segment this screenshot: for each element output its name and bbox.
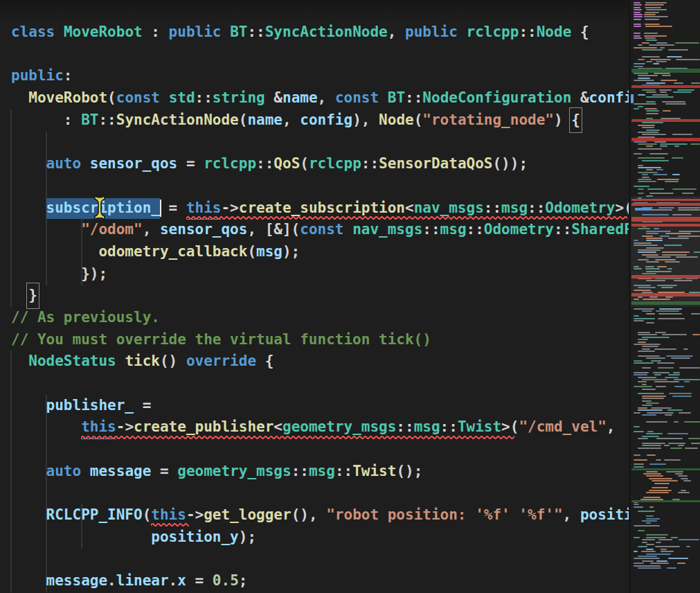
minimap-code-mark [642,398,664,399]
code-line[interactable]: NodeStatus tick() override { [0,351,629,373]
minimap-code-mark [673,372,680,373]
code-line[interactable] [0,482,629,504]
minimap-code-mark [638,94,645,96]
minimap-code-mark [647,412,674,414]
code-line[interactable]: publisher_ = [0,395,629,417]
minimap-code-mark [642,337,670,338]
minimap-code-mark [674,379,700,380]
minimap-code-mark [671,357,690,359]
minimap-code-mark [638,567,661,569]
minimap-code-mark [634,308,654,310]
minimap-code-mark [668,374,680,375]
minimap-code-mark [662,334,687,335]
minimap-code-mark [651,407,672,409]
minimap-code-mark [691,82,700,84]
minimap-code-mark [634,14,643,15]
minimap-code-mark [638,78,650,79]
minimap-code-mark [634,9,642,10]
code-line[interactable]: auto message = geometry_msgs::msg::Twist… [0,461,629,483]
minimap-code-mark [634,7,640,8]
code-line[interactable]: RCLCPP_INFO(this->get_logger(), "robot p… [0,504,629,526]
minimap-code-mark [660,47,665,48]
minimap-code-mark [638,355,660,357]
minimap-code-mark [654,381,679,382]
minimap-code-mark [668,49,688,51]
code-line[interactable] [0,439,629,461]
minimap-code-mark [642,520,657,522]
minimap-code-mark [660,143,687,145]
minimap-code-mark [657,362,674,364]
code-line[interactable]: // As previously. [0,307,629,329]
minimap-code-mark [638,143,657,145]
minimap-code-mark [642,414,656,416]
minimap-code-mark [691,313,700,315]
minimap-code-mark [638,407,647,409]
minimap-code-mark [659,308,682,310]
code-editor[interactable]: class MoveRobot : public BT::SyncActionN… [0,0,629,593]
code-line[interactable]: : BT::SyncActionNode(name, config), Node… [0,109,629,132]
minimap-code-mark [646,130,660,131]
code-line[interactable]: odometry_callback(msg); [0,241,629,263]
minimap-code-mark [679,367,700,369]
minimap[interactable] [629,0,700,593]
minimap-code-mark [684,421,700,423]
minimap-code-mark [658,318,684,319]
minimap-code-mark [642,310,652,312]
code-line[interactable] [0,373,629,395]
minimap-code-mark [642,42,649,44]
minimap-code-mark [652,487,668,488]
minimap-code-mark [634,374,647,375]
minimap-code-mark [646,322,654,324]
minimap-code-mark [638,165,643,166]
code-line[interactable]: position_y); [0,526,629,549]
minimap-code-mark [642,56,660,57]
minimap-code-mark [638,59,645,60]
minimap-code-mark [638,167,661,168]
minimap-code-mark [634,537,640,538]
minimap-code-mark [634,66,643,67]
code-line[interactable]: class MoveRobot : public BT::SyncActionN… [0,21,629,44]
code-line[interactable] [0,131,629,153]
minimap-code-mark [678,492,690,493]
minimap-code-mark [644,35,667,37]
minimap-code-mark [642,539,655,540]
minimap-code-mark [673,91,692,93]
minimap-code-mark [638,172,658,173]
code-line[interactable]: public: [0,65,629,87]
code-line[interactable] [0,44,629,66]
minimap-code-mark [638,448,661,449]
code-line[interactable]: auto sensor_qos = rclcpp::QoS(rclcpp::Se… [0,153,629,175]
code-area[interactable]: class MoveRobot : public BT::SyncActionN… [0,21,629,592]
code-line[interactable] [0,549,629,571]
minimap-code-mark [647,454,656,456]
minimap-code-mark [658,313,682,315]
code-line[interactable]: // You must override the virtual functio… [0,329,629,351]
minimap-code-mark [634,35,640,37]
minimap-code-mark [655,546,680,547]
minimap-code-mark [667,56,682,57]
code-line[interactable]: message.linear.x = 0.5; [0,570,629,592]
minimap-code-mark [638,511,655,512]
minimap-code-mark [650,59,671,60]
minimap-viewport-slider[interactable] [631,196,700,307]
minimap-code-mark [641,551,656,552]
minimap-code-mark [642,134,666,135]
minimap-code-mark [634,426,640,427]
minimap-code-mark [634,525,660,526]
minimap-code-mark [646,61,652,62]
minimap-code-mark [634,320,644,321]
code-line[interactable]: MoveRobot(const std::string &name, const… [0,87,629,109]
minimap-code-mark [678,445,684,446]
minimap-code-mark [638,351,655,352]
minimap-code-mark [638,44,643,46]
minimap-code-mark [656,386,667,387]
minimap-code-mark [646,492,669,493]
minimap-code-mark [646,534,668,536]
minimap-code-mark [646,421,667,423]
code-line[interactable]: } [0,285,629,307]
minimap-code-mark [638,339,648,340]
minimap-code-mark [664,445,670,446]
code-line[interactable]: }); [0,263,629,285]
minimap-code-mark [634,504,639,505]
minimap-code-mark [665,377,678,378]
